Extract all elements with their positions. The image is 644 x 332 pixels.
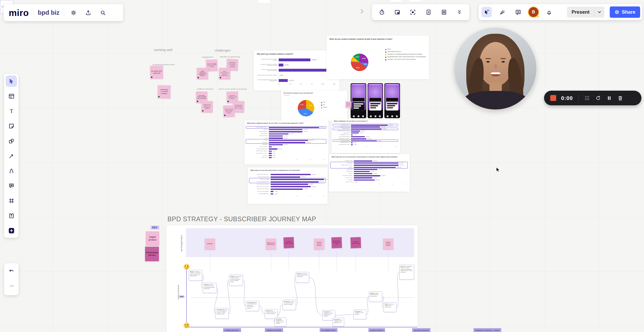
journey-product-sticky[interactable]: Customer Journey Program bbox=[314, 239, 324, 249]
stop-recording-button[interactable] bbox=[550, 95, 556, 101]
present-dropdown-chevron-icon[interactable] bbox=[595, 10, 604, 14]
frame-tab[interactable] bbox=[391, 0, 401, 2]
templates-tool[interactable] bbox=[6, 90, 17, 102]
pie-slice-label: 27.8% bbox=[300, 104, 303, 105]
settings-gear-icon[interactable] bbox=[69, 7, 79, 18]
pie-legend: YesNoKind of bbox=[321, 101, 344, 108]
journey-emotion-card[interactable]: Stuck: I'm nervous about what to optimiz… bbox=[384, 302, 396, 312]
journey-timeline-chip[interactable]: growing community bbox=[412, 328, 430, 332]
small-sticky-note[interactable] bbox=[345, 101, 351, 108]
restart-recording-icon[interactable] bbox=[595, 95, 601, 101]
upload-tool[interactable] bbox=[6, 210, 17, 221]
journey-emotion-card[interactable]: Excited: I have started to build + find … bbox=[229, 275, 243, 286]
journey-map-title[interactable]: BPD STRATEGY - SUBSCRIBER JOURNEY MAP bbox=[167, 215, 316, 223]
text-tool[interactable]: T bbox=[6, 105, 17, 117]
journey-emotion-card[interactable]: Overwhelmed / Not sure what product to b… bbox=[246, 301, 259, 311]
search-icon[interactable] bbox=[98, 7, 108, 18]
drag-handle-icon[interactable] bbox=[584, 95, 590, 101]
journey-timeline-chip[interactable]: expanding community + revenue bbox=[473, 328, 501, 332]
journey-emotion-card[interactable]: Excited / I've found product-market fit … bbox=[296, 272, 309, 283]
journey-emotion-card[interactable]: Happy / I'm making money in my business … bbox=[189, 270, 202, 281]
undo-button[interactable] bbox=[6, 266, 17, 277]
shapes-tool[interactable] bbox=[6, 135, 17, 147]
chart-listen-pie[interactable]: Do you listen to podcasts in your every … bbox=[281, 91, 347, 121]
bar bbox=[269, 135, 283, 137]
journey-product-sticky[interactable]: Quarterly product advisor bbox=[283, 237, 294, 248]
chart-business-challenges[interactable]: Which challenges do you have in your bus… bbox=[332, 118, 400, 153]
journey-emotion-card[interactable]: Frustrated: I am still testing products … bbox=[283, 300, 296, 310]
bar-label: It will be suited to...Can com... bbox=[247, 153, 269, 154]
key-sticky-digital-product[interactable]: Digital product bbox=[146, 231, 159, 246]
redo-button[interactable] bbox=[6, 281, 17, 293]
comments-feed-icon[interactable] bbox=[513, 7, 523, 17]
sticky-note[interactable]: hot seats work really well bbox=[150, 66, 163, 79]
chart-when-research-pie[interactable]: When do you conduct customer research as… bbox=[326, 36, 429, 79]
journey-emotion-card[interactable]: Inspired: I realize I need to build + fo… bbox=[203, 283, 217, 293]
bar bbox=[354, 165, 399, 166]
journey-product-sticky[interactable]: Customer Journey Program bbox=[383, 239, 393, 249]
journey-product-sticky[interactable]: Newsletter bbox=[205, 239, 215, 249]
collapse-chevrons-icon[interactable] bbox=[454, 7, 465, 17]
present-button[interactable]: Present bbox=[567, 7, 604, 18]
chart-row: How to build a business in heal...15 (39… bbox=[250, 185, 324, 188]
app-header: miro bpd biz bbox=[4, 4, 123, 21]
webcam-video-bubble[interactable] bbox=[454, 28, 536, 109]
chart-digital-products[interactable]: What kind of digital products do you off… bbox=[244, 120, 328, 165]
frame-tab[interactable] bbox=[410, 0, 420, 2]
pause-recording-icon[interactable] bbox=[606, 95, 612, 101]
share-label: Share bbox=[622, 9, 635, 15]
journey-timeline-chip[interactable]: building community bbox=[265, 328, 283, 332]
chart-industries[interactable]: What industries are you interested in le… bbox=[329, 154, 410, 192]
add-more-tool[interactable] bbox=[6, 225, 17, 236]
journey-product-sticky[interactable]: Quarterly product advisor bbox=[350, 237, 361, 248]
story-screenshots-panel[interactable] bbox=[350, 82, 401, 119]
notes-icon[interactable] bbox=[439, 7, 449, 17]
frame-tab[interactable] bbox=[258, 0, 270, 3]
journey-emotion-card[interactable]: Excited / I've identified where I can be… bbox=[399, 265, 414, 280]
journey-emotion-card[interactable]: Negative: Hope I keep momentum + keep gr… bbox=[369, 292, 382, 302]
select-cursor-icon[interactable] bbox=[481, 7, 492, 17]
estimation-card-icon[interactable]: 3 bbox=[423, 7, 434, 17]
select-tool[interactable] bbox=[6, 75, 17, 87]
share-button[interactable]: Share bbox=[610, 6, 640, 18]
laser-pointer-icon[interactable] bbox=[497, 7, 507, 17]
comment-tool[interactable] bbox=[6, 180, 17, 191]
journey-emotion-card[interactable]: Frustrated: I'm struggling to keep engag… bbox=[332, 318, 344, 327]
sticky-note[interactable]: ways to understand how effective program… bbox=[219, 68, 230, 79]
sticky-note[interactable]: scaling community engagement is sufferin… bbox=[197, 68, 208, 79]
journey-product-sticky[interactable]: Community + Membership Audio bbox=[331, 237, 342, 248]
recording-timer: 0:00 bbox=[561, 95, 573, 101]
bar-area: 15 (39.5%) bbox=[270, 173, 324, 176]
board-name[interactable]: bpd biz bbox=[38, 9, 60, 16]
timer-icon[interactable] bbox=[377, 7, 387, 17]
chart-row: Inspiration, Media & Creators...17 (44.7… bbox=[332, 164, 406, 166]
journey-key-label[interactable]: KEY bbox=[151, 226, 159, 229]
journey-timeline-chip[interactable]: first digital product bbox=[320, 328, 337, 332]
miro-logo[interactable]: miro bbox=[9, 8, 29, 17]
connection-line-tool[interactable] bbox=[6, 150, 17, 161]
notifications-bell-icon[interactable] bbox=[544, 7, 554, 17]
journey-emotion-card[interactable]: Frustrated: Engagement is mostly from no… bbox=[275, 317, 286, 327]
export-upload-icon[interactable] bbox=[83, 7, 94, 18]
screen-share-icon[interactable] bbox=[392, 7, 402, 17]
chart-bpd-beat-topics[interactable]: What topics are you most interested in r… bbox=[248, 167, 328, 204]
spotlight-icon[interactable] bbox=[408, 7, 418, 17]
key-sticky-productized-service[interactable]: Productized Service bbox=[145, 247, 159, 261]
journey-emotion-card[interactable]: Overwhelmed / There are so many options … bbox=[215, 308, 229, 319]
bar-area: 17 (44.7%) bbox=[354, 164, 406, 166]
journey-emotion-card[interactable]: Frustrated: I'm struggling to scale memb… bbox=[353, 310, 366, 319]
sticky-note[interactable]: onboarding 1:1s great feedback bbox=[158, 85, 171, 98]
expand-chevron-icon[interactable] bbox=[359, 8, 365, 16]
pen-tool[interactable] bbox=[6, 165, 17, 176]
sticky-note[interactable]: how to know what works or doesn't work w… bbox=[223, 105, 235, 117]
frame-tool[interactable] bbox=[6, 195, 17, 206]
sticky-note-tool[interactable] bbox=[6, 120, 17, 132]
journey-timeline-chip[interactable]: product market fit bbox=[368, 328, 385, 332]
value-label: 12 (31.6%) bbox=[303, 189, 308, 190]
miro-canvas[interactable]: Why don't you conduct customer research?… bbox=[0, 0, 644, 332]
journey-timeline-chip[interactable]: building awareness bbox=[223, 328, 241, 332]
delete-recording-icon[interactable] bbox=[617, 95, 623, 101]
user-avatar[interactable]: B bbox=[529, 7, 538, 17]
journey-product-sticky[interactable]: Digital product coming soon ;) bbox=[266, 239, 276, 249]
sticky-note[interactable]: membership vs retention - not knowing be… bbox=[201, 101, 213, 113]
